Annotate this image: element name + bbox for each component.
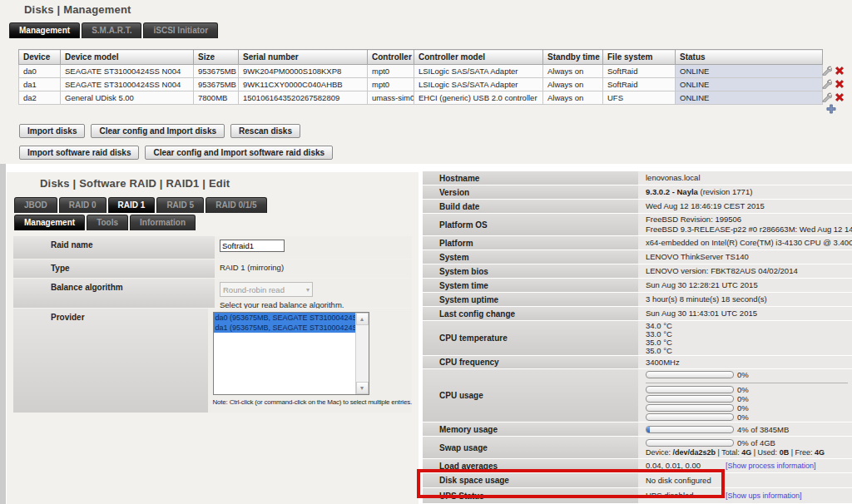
subtab-information[interactable]: Information: [130, 215, 196, 230]
form-row-balance-algorithm: Balance algorithm Round-robin read ▾ Sel…: [13, 279, 412, 308]
cell-size: 7800MB: [194, 91, 239, 105]
form-row-raid-name: Raid name: [13, 236, 412, 259]
platform-os-line1: FreeBSD Revision: 199506: [646, 215, 852, 225]
wrench-edit-icon[interactable]: [822, 92, 832, 102]
screen: Disks | Management Management S.M.A.R.T.…: [0, 0, 852, 504]
provider-option[interactable]: da1 (953675MB, SEAGATE ST31000424SS N004…: [214, 323, 355, 333]
cpu-usage-separator: [646, 383, 848, 383]
cell-controller-model: LSILogic SAS/SATA Adapter: [414, 65, 543, 78]
provider-label: Provider: [13, 309, 208, 413]
info-label: Swap usage: [423, 437, 638, 458]
info-row-memory-usage: Memory usage 4% of 3845MB: [423, 422, 852, 436]
tab-jbod[interactable]: JBOD: [14, 197, 57, 213]
cpu-temp-value: 35.0 °C: [646, 347, 852, 355]
cell-device: da0: [19, 65, 61, 78]
info-row-load-averages: Load averages 0.04, 0.01, 0.00[Show proc…: [423, 459, 852, 472]
cell-controller-model: EHCI (generic) USB 2.0 controller: [414, 91, 543, 105]
cell-standby: Always on: [543, 78, 603, 91]
delete-x-icon[interactable]: [835, 92, 845, 102]
wrench-edit-icon[interactable]: [822, 79, 832, 89]
ups-status-value: UPS disabled: [646, 491, 726, 501]
form-row-type: Type RAID 1 (mirroring): [13, 259, 412, 278]
info-row-cpu-frequency: CPU frequency 3400MHz: [423, 356, 852, 368]
raid-sub-tabbar: Management Tools Information: [14, 215, 196, 230]
col-header-file-system: File system: [603, 50, 676, 65]
balance-algorithm-label: Balance algorithm: [13, 279, 215, 308]
cell-filesystem: SoftRaid: [603, 78, 676, 91]
info-row-hostname: Hostname lenovonas.local: [423, 171, 852, 185]
cpu-usage-core-bar: [646, 413, 734, 421]
raid-type-tabbar: JBOD RAID 0 RAID 1 RAID 5 RAID 0/1/5: [14, 197, 267, 213]
scroll-down-icon[interactable]: ▾: [356, 382, 369, 394]
version-value: 9.3.0.2 - Nayla: [646, 187, 698, 196]
build-date-value: Wed Aug 12 18:46:19 CEST 2015: [646, 201, 852, 211]
cell-serial: 9WK204PM0000S108KXP8: [239, 65, 368, 78]
cpu-usage-core-text: 0%: [737, 385, 749, 394]
disk-row: da0 SEAGATE ST31000424SS N004 953675MB 9…: [19, 65, 823, 78]
import-software-raid-disks-button[interactable]: Import software raid disks: [19, 146, 139, 160]
cpu-usage-total-bar: [646, 371, 734, 378]
cell-filesystem: SoftRaid: [603, 65, 676, 78]
info-label: CPU frequency: [423, 356, 638, 368]
swap-usage-text: 0% of 4GB: [737, 438, 775, 447]
swap-usage-bar: [646, 439, 734, 447]
provider-scrollbar[interactable]: ▴ ▾: [355, 313, 369, 394]
delete-x-icon[interactable]: [835, 66, 845, 76]
cell-controller-model: LSILogic SAS/SATA Adapter: [414, 78, 543, 91]
info-row-ups-status: UPS Status UPS disabled[Show ups informa…: [423, 488, 852, 503]
platform-value: x64-embedded on Intel(R) Core(TM) i3-413…: [646, 238, 852, 248]
clear-config-import-disks-button[interactable]: Clear config and Import disks: [91, 124, 225, 138]
tab-raid5[interactable]: RAID 5: [156, 197, 204, 213]
disk-row-actions: [822, 78, 845, 90]
delete-x-icon[interactable]: [835, 79, 845, 89]
show-process-information-link[interactable]: [Show process information]: [726, 462, 816, 470]
rescan-disks-button[interactable]: Rescan disks: [230, 124, 300, 138]
info-row-system-uptime: System uptime 3 hour(s) 8 minute(s) 18 s…: [423, 293, 852, 306]
cell-standby: Always on: [543, 65, 603, 78]
cell-serial: 1501061643520267582809: [239, 91, 368, 105]
add-plus-icon[interactable]: [826, 104, 836, 116]
provider-select[interactable]: da0 (953675MB, SEAGATE ST31000424SS N004…: [213, 312, 369, 395]
tab-raid0[interactable]: RAID 0: [59, 197, 106, 213]
disk-buttons-row2: Import software raid disks Clear config …: [19, 146, 333, 160]
info-row-system: System LENOVO ThinkServer TS140: [423, 250, 852, 264]
tab-iscsi-initiator[interactable]: iSCSI Initiator: [143, 22, 218, 38]
cpu-frequency-value: 3400MHz: [646, 358, 852, 368]
info-row-platform: Platform x64-embedded on Intel(R) Core(T…: [423, 236, 852, 250]
balance-algorithm-select[interactable]: Round-robin read ▾: [220, 282, 313, 297]
cpu-usage-core-text: 0%: [737, 413, 749, 422]
col-header-device-model: Device model: [61, 50, 194, 65]
subtab-management[interactable]: Management: [14, 215, 85, 230]
cell-device-model: SEAGATE ST31000424SS N004: [61, 65, 194, 78]
system-time-value: Sun Aug 30 12:28:21 UTC 2015: [646, 280, 852, 290]
cell-device: da1: [19, 78, 61, 91]
tab-raid1[interactable]: RAID 1: [108, 197, 156, 213]
import-disks-button[interactable]: Import disks: [19, 124, 85, 138]
info-label: System: [423, 250, 638, 264]
show-ups-information-link[interactable]: [Show ups information]: [726, 492, 802, 500]
tab-management[interactable]: Management: [9, 22, 80, 38]
info-label: Version: [423, 185, 638, 199]
cell-status: ONLINE: [676, 65, 823, 78]
col-header-controller: Controller: [368, 50, 414, 65]
cell-size: 953675MB: [194, 65, 239, 78]
info-row-version: Version 9.3.0.2 - Nayla (revision 1771): [423, 185, 852, 199]
scroll-up-icon[interactable]: ▴: [356, 313, 369, 325]
clear-config-import-software-raid-disks-button[interactable]: Clear config and Import software raid di…: [145, 146, 333, 160]
cell-controller: mpt0: [368, 78, 414, 91]
tab-smart[interactable]: S.M.A.R.T.: [82, 22, 141, 38]
cell-device-model: SEAGATE ST31000424SS N004: [61, 78, 194, 91]
subtab-tools[interactable]: Tools: [87, 215, 128, 230]
hostname-value: lenovonas.local: [646, 173, 852, 183]
provider-option[interactable]: da0 (953675MB, SEAGATE ST31000424SS N004…: [214, 313, 355, 323]
info-label: CPU usage: [423, 369, 638, 422]
tab-raid015[interactable]: RAID 0/1/5: [206, 197, 266, 213]
col-header-device: Device: [19, 50, 61, 65]
page-left-margin: [0, 164, 6, 504]
raid-name-input[interactable]: [220, 240, 285, 252]
cell-standby: Always on: [543, 91, 603, 105]
wrench-edit-icon[interactable]: [822, 66, 832, 76]
cell-filesystem: UFS: [603, 91, 676, 105]
system-value: LENOVO ThinkServer TS140: [646, 252, 852, 262]
provider-options: da0 (953675MB, SEAGATE ST31000424SS N004…: [214, 313, 355, 394]
